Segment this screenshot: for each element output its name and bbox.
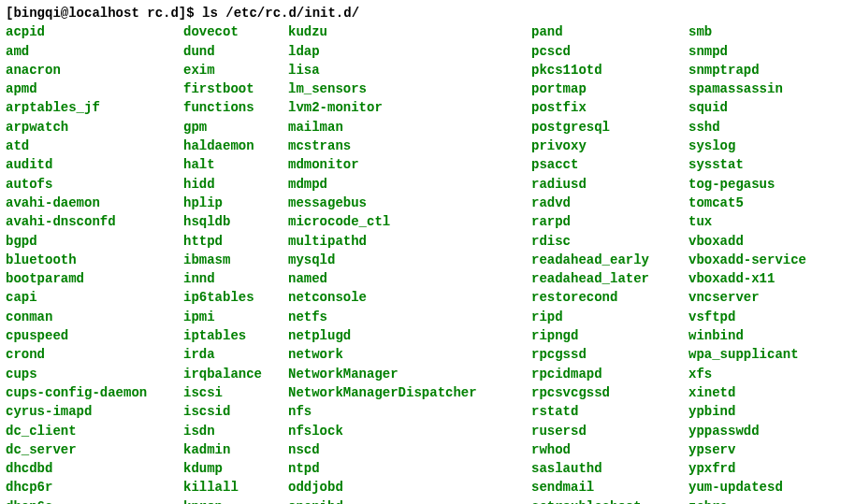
file-entry: dc_server: [6, 440, 183, 459]
file-entry: mysqld: [288, 251, 531, 269]
file-entry: postfix: [531, 98, 688, 117]
file-entry: yppasswdd: [688, 422, 806, 440]
file-entry: pand: [531, 22, 688, 41]
file-entry: vboxadd: [688, 232, 806, 251]
directory-listing: acpidamdanacronapmdarptables_jfarpwatcha…: [6, 22, 849, 504]
shell-prompt: [bingqi@localhost rc.d]$ ls /etc/rc.d/in…: [6, 4, 849, 22]
file-entry: iscsi: [183, 383, 288, 402]
file-entry: nscd: [288, 440, 531, 459]
file-entry: iscsid: [183, 402, 288, 421]
file-entry: lisa: [288, 61, 531, 79]
file-entry: conman: [6, 308, 183, 326]
file-entry: ypxfrd: [688, 459, 806, 478]
file-entry: wpa_supplicant: [688, 345, 806, 364]
file-entry: cups-config-daemon: [6, 383, 183, 402]
listing-column-5: smbsnmpdsnmptrapdspamassassinsquidsshdsy…: [688, 22, 806, 504]
file-entry: dovecot: [183, 22, 288, 41]
file-entry: syslog: [688, 137, 806, 155]
file-entry: readahead_later: [531, 269, 688, 288]
file-entry: radiusd: [531, 175, 688, 194]
file-entry: snmptrapd: [688, 61, 806, 79]
file-entry: apmd: [6, 79, 183, 98]
file-entry: httpd: [183, 232, 288, 251]
file-entry: xinetd: [688, 383, 806, 402]
file-entry: zebra: [688, 497, 806, 504]
file-entry: netconsole: [288, 288, 531, 307]
file-entry: gpm: [183, 118, 288, 137]
file-entry: irqbalance: [183, 365, 288, 383]
file-entry: lvm2-monitor: [288, 98, 531, 117]
file-entry: oddjobd: [288, 478, 531, 497]
file-entry: vncserver: [688, 288, 806, 307]
file-entry: netfs: [288, 308, 531, 326]
file-entry: postgresql: [531, 118, 688, 137]
file-entry: sysstat: [688, 155, 806, 174]
file-entry: rpcidmapd: [531, 365, 688, 383]
file-entry: avahi-dnsconfd: [6, 212, 183, 231]
file-entry: named: [288, 269, 531, 288]
file-entry: nfs: [288, 402, 531, 421]
file-entry: restorecond: [531, 288, 688, 307]
file-entry: vboxadd-service: [688, 251, 806, 269]
file-entry: cups: [6, 365, 183, 383]
file-entry: rstatd: [531, 402, 688, 421]
file-entry: squid: [688, 98, 806, 117]
file-entry: dund: [183, 42, 288, 61]
file-entry: snmpd: [688, 42, 806, 61]
file-entry: arptables_jf: [6, 98, 183, 117]
file-entry: ypbind: [688, 402, 806, 421]
file-entry: NetworkManagerDispatcher: [288, 383, 531, 402]
file-entry: dc_client: [6, 422, 183, 440]
file-entry: mcstrans: [288, 137, 531, 155]
file-entry: privoxy: [531, 137, 688, 155]
file-entry: isdn: [183, 422, 288, 440]
file-entry: innd: [183, 269, 288, 288]
file-entry: ntpd: [288, 459, 531, 478]
listing-column-3: kudzuldaplisalm_sensorslvm2-monitormailm…: [288, 22, 531, 504]
file-entry: saslauthd: [531, 459, 688, 478]
file-entry: psacct: [531, 155, 688, 174]
file-entry: rusersd: [531, 422, 688, 440]
file-entry: network: [288, 345, 531, 364]
file-entry: spamassassin: [688, 79, 806, 98]
file-entry: lm_sensors: [288, 79, 531, 98]
file-entry: ripngd: [531, 326, 688, 345]
file-entry: hidd: [183, 175, 288, 194]
file-entry: dhcp6s: [6, 497, 183, 504]
file-entry: winbind: [688, 326, 806, 345]
file-entry: haldaemon: [183, 137, 288, 155]
file-entry: ripd: [531, 308, 688, 326]
file-entry: dhcdbd: [6, 459, 183, 478]
file-entry: cpuspeed: [6, 326, 183, 345]
file-entry: readahead_early: [531, 251, 688, 269]
file-entry: rpcsvcgssd: [531, 383, 688, 402]
file-entry: pcscd: [531, 42, 688, 61]
file-entry: openibd: [288, 497, 531, 504]
file-entry: ipmi: [183, 308, 288, 326]
file-entry: exim: [183, 61, 288, 79]
file-entry: arpwatch: [6, 118, 183, 137]
file-entry: dhcp6r: [6, 478, 183, 497]
file-entry: hplip: [183, 194, 288, 212]
file-entry: kprop: [183, 497, 288, 504]
file-entry: sendmail: [531, 478, 688, 497]
file-entry: tux: [688, 212, 806, 231]
file-entry: ibmasm: [183, 251, 288, 269]
file-entry: pkcs11otd: [531, 61, 688, 79]
file-entry: hsqldb: [183, 212, 288, 231]
file-entry: bootparamd: [6, 269, 183, 288]
file-entry: tomcat5: [688, 194, 806, 212]
file-entry: rpcgssd: [531, 345, 688, 364]
file-entry: xfs: [688, 365, 806, 383]
file-entry: firstboot: [183, 79, 288, 98]
file-entry: sshd: [688, 118, 806, 137]
file-entry: tog-pegasus: [688, 175, 806, 194]
file-entry: atd: [6, 137, 183, 155]
file-entry: ldap: [288, 42, 531, 61]
file-entry: iptables: [183, 326, 288, 345]
file-entry: radvd: [531, 194, 688, 212]
file-entry: rwhod: [531, 440, 688, 459]
file-entry: ip6tables: [183, 288, 288, 307]
file-entry: mdmonitor: [288, 155, 531, 174]
file-entry: kdump: [183, 459, 288, 478]
